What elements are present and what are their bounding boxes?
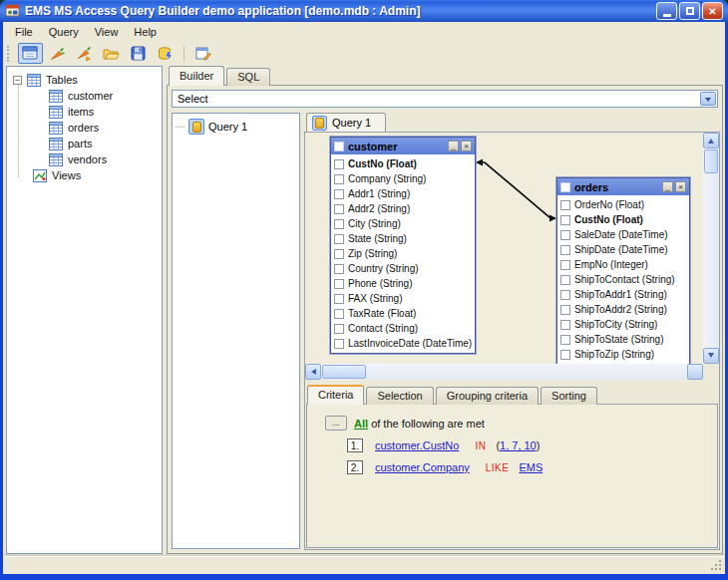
diagram-hscrollbar[interactable] — [305, 364, 703, 380]
condition-value-link[interactable]: EMS — [519, 461, 543, 473]
vscroll-thumb[interactable] — [704, 149, 718, 173]
toolbar-grip[interactable] — [7, 46, 12, 62]
select-all-checkbox[interactable] — [560, 182, 570, 192]
field-checkbox[interactable] — [560, 320, 570, 330]
condition-number-button[interactable]: 1. — [347, 438, 363, 452]
field-row[interactable]: FAX (String) — [331, 291, 475, 306]
field-checkbox[interactable] — [334, 204, 344, 214]
tab-criteria[interactable]: Criteria — [307, 385, 364, 405]
field-row[interactable]: OrderNo (Float) — [557, 197, 689, 212]
field-row[interactable]: ShipToAddr1 (String) — [557, 287, 689, 302]
field-row[interactable]: CustNo (Float) — [331, 156, 475, 171]
field-row[interactable]: SaleDate (DateTime) — [557, 227, 689, 242]
field-row[interactable]: ShipToAddr2 (String) — [557, 302, 689, 317]
menu-view[interactable]: View — [87, 23, 127, 41]
tab-sql[interactable]: SQL — [226, 68, 270, 86]
field-row[interactable]: Zip (String) — [331, 246, 475, 261]
collapse-icon[interactable]: − — [13, 76, 22, 85]
field-checkbox[interactable] — [560, 275, 570, 285]
field-row[interactable]: Contact (String) — [331, 321, 475, 336]
field-checkbox[interactable] — [334, 264, 344, 274]
titlebar[interactable]: EMS MS Access Query Builder demo applica… — [0, 0, 728, 22]
connect-database-button[interactable] — [45, 43, 70, 64]
condition-operator[interactable]: IN — [475, 440, 486, 451]
field-checkbox[interactable] — [334, 189, 344, 199]
sidebar-item-orders[interactable]: orders — [13, 120, 162, 136]
field-checkbox[interactable] — [334, 339, 344, 349]
field-checkbox[interactable] — [560, 335, 570, 345]
field-row[interactable]: EmpNo (Integer) — [557, 257, 689, 272]
field-checkbox[interactable] — [334, 324, 344, 334]
field-row[interactable]: ShipToZip (String) — [557, 347, 689, 362]
field-checkbox[interactable] — [334, 159, 344, 169]
field-row[interactable]: State (String) — [331, 231, 475, 246]
customer-window-titlebar[interactable]: customer _ × — [331, 138, 475, 154]
chevron-down-icon[interactable] — [700, 92, 716, 106]
field-row[interactable]: Addr1 (String) — [331, 186, 475, 201]
condition-number-button[interactable]: 2. — [347, 460, 363, 474]
open-query-button[interactable] — [99, 43, 124, 64]
sidebar-item-tables[interactable]: − Tables — [13, 72, 162, 88]
field-row[interactable]: Country (String) — [331, 261, 475, 276]
sidebar-item-parts[interactable]: parts — [13, 136, 162, 151]
scroll-up-icon[interactable] — [703, 133, 719, 148]
condition-field-link[interactable]: customer.Company — [375, 461, 470, 473]
tab-builder[interactable]: Builder — [169, 66, 224, 86]
sidebar-item-views[interactable]: Views — [13, 167, 162, 183]
field-checkbox[interactable] — [560, 245, 570, 255]
field-row[interactable]: City (String) — [331, 216, 475, 231]
orders-window-titlebar[interactable]: orders _ × — [557, 178, 689, 195]
scroll-left-icon[interactable] — [305, 364, 321, 380]
field-row[interactable]: Company (String) — [331, 171, 475, 186]
maximize-button[interactable] — [679, 2, 700, 20]
criteria-all-link[interactable]: All — [354, 418, 368, 430]
field-checkbox[interactable] — [560, 305, 570, 315]
disconnect-database-button[interactable] — [72, 43, 97, 64]
field-row[interactable]: ShipToState (String) — [557, 332, 689, 347]
execute-query-button[interactable] — [153, 43, 178, 64]
field-checkbox[interactable] — [560, 350, 570, 360]
close-table-icon[interactable]: × — [675, 181, 686, 192]
select-all-checkbox[interactable] — [334, 142, 344, 151]
query-type-select[interactable]: Select — [172, 90, 718, 108]
field-checkbox[interactable] — [560, 215, 570, 225]
sidebar-item-vendors[interactable]: vendors — [13, 151, 162, 167]
diagram-canvas[interactable]: customer _ × CustNo (Float)Company (Stri… — [305, 133, 703, 364]
new-query-button[interactable] — [18, 43, 43, 64]
minimize-table-icon[interactable]: _ — [448, 141, 459, 151]
field-row[interactable]: ShipToCity (String) — [557, 317, 689, 332]
condition-operator[interactable]: LIKE — [486, 462, 510, 473]
minimize-table-icon[interactable]: _ — [662, 181, 673, 192]
tab-selection[interactable]: Selection — [366, 387, 433, 405]
scroll-right-icon[interactable] — [687, 364, 703, 380]
menu-query[interactable]: Query — [41, 23, 87, 41]
field-row[interactable]: ShipToContact (String) — [557, 272, 689, 287]
field-row[interactable]: CustNo (Float) — [557, 212, 689, 227]
field-checkbox[interactable] — [334, 309, 344, 319]
field-checkbox[interactable] — [334, 174, 344, 184]
field-checkbox[interactable] — [560, 200, 570, 210]
save-query-button[interactable] — [126, 43, 151, 64]
hscroll-thumb[interactable] — [322, 365, 366, 379]
edit-query-button[interactable] — [191, 43, 216, 64]
tab-sorting[interactable]: Sorting — [541, 387, 597, 405]
field-checkbox[interactable] — [334, 234, 344, 244]
scroll-down-icon[interactable] — [703, 348, 719, 364]
minimize-button[interactable] — [656, 2, 677, 20]
sidebar-item-items[interactable]: items — [13, 104, 162, 120]
tab-grouping-criteria[interactable]: Grouping criteria — [436, 387, 539, 405]
condition-value-link[interactable]: 1, 7, 10 — [500, 439, 537, 451]
field-row[interactable]: LastInvoiceDate (DateTime) — [331, 336, 475, 351]
field-checkbox[interactable] — [334, 249, 344, 259]
field-checkbox[interactable] — [334, 279, 344, 289]
field-row[interactable]: ShipDate (DateTime) — [557, 242, 689, 257]
query-tree-node[interactable]: Query 1 — [176, 119, 299, 135]
field-row[interactable]: TaxRate (Float) — [331, 306, 475, 321]
field-checkbox[interactable] — [560, 260, 570, 270]
field-row[interactable]: Phone (String) — [331, 276, 475, 291]
resize-grip[interactable] — [711, 560, 713, 562]
close-table-icon[interactable]: × — [461, 141, 472, 151]
menu-help[interactable]: Help — [126, 23, 165, 41]
tab-query1[interactable]: Query 1 — [306, 113, 386, 132]
diagram-vscrollbar[interactable] — [703, 133, 719, 364]
